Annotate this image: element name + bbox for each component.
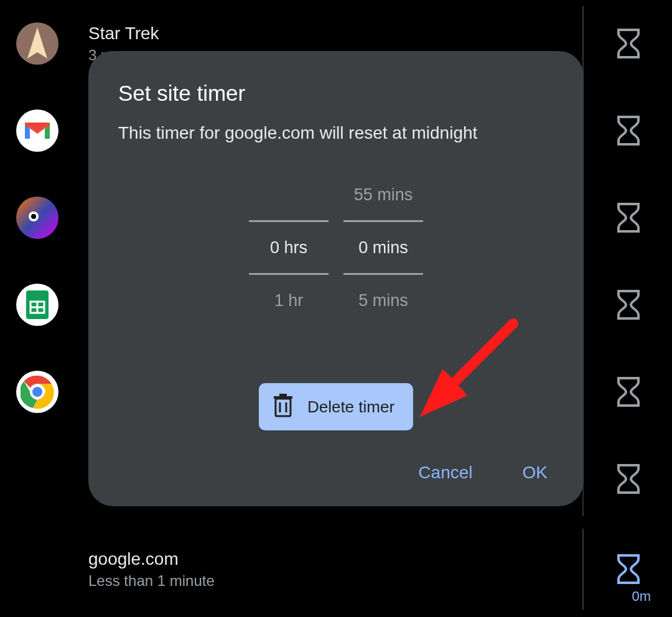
ok-button[interactable]: OK [523,463,548,483]
minutes-column[interactable]: 55 mins 0 mins 5 mins [343,169,423,326]
usage-item-title: Star Trek [88,22,159,45]
usage-item-site[interactable]: google.com Less than 1 minute 0m [0,522,672,616]
hours-column[interactable]: 0 hrs 1 hr [249,169,329,326]
app-icon-sheets [16,284,58,326]
dialog-title: Set site timer [118,81,554,106]
hourglass-icon[interactable] [611,287,646,322]
app-icon-gmail [16,109,58,152]
time-picker: 0 hrs 1 hr 55 mins 0 mins 5 mins [243,169,429,326]
app-icon-chrome [16,371,58,413]
hourglass-icon[interactable] [611,200,646,235]
hourglass-icon[interactable] [611,462,646,496]
cancel-button[interactable]: Cancel [418,463,472,483]
minutes-selected[interactable]: 0 mins [343,222,423,273]
hours-below[interactable]: 1 hr [249,275,329,326]
hourglass-icon[interactable] [611,113,646,148]
usage-item-text: google.com Less than 1 minute [88,548,215,590]
svg-rect-11 [279,394,287,396]
svg-point-1 [31,214,36,219]
minutes-below[interactable]: 5 mins [343,275,423,326]
delete-timer-button[interactable]: Delete timer [259,383,413,430]
app-icon-star-trek [16,22,58,65]
svg-rect-9 [276,399,291,416]
hourglass-icon[interactable] [611,26,646,61]
set-site-timer-dialog: Set site timer This timer for google.com… [88,51,584,506]
delete-timer-label: Delete timer [307,397,394,417]
divider [582,529,584,610]
dialog-actions: Cancel OK [418,463,548,483]
minutes-above[interactable]: 55 mins [343,169,423,220]
usage-item-subtitle: Less than 1 minute [88,571,215,590]
hours-above[interactable] [249,169,329,220]
usage-timer-value: 0m [632,588,651,605]
app-icon-rocket [16,197,58,239]
hourglass-icon-active[interactable] [611,552,646,587]
trash-icon [273,394,294,420]
hourglass-icon[interactable] [611,374,646,409]
usage-item-title: google.com [88,548,215,570]
dialog-subtitle: This timer for google.com will reset at … [118,123,554,143]
svg-point-8 [31,386,44,398]
svg-rect-10 [274,396,292,399]
hours-selected[interactable]: 0 hrs [249,222,329,273]
